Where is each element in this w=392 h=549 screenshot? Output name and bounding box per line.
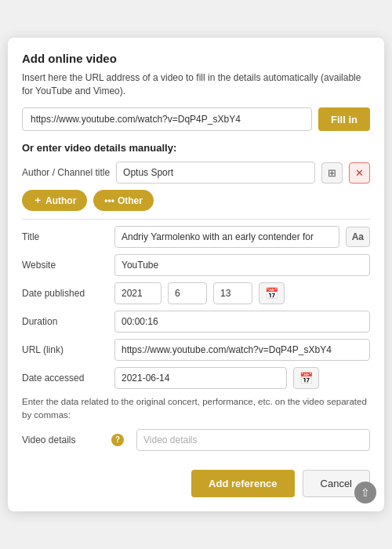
- remove-author-button[interactable]: ✕: [349, 162, 370, 184]
- footer: Add reference Cancel: [22, 462, 370, 497]
- duration-row: Duration: [22, 311, 370, 333]
- manual-label: Or enter video details manually:: [22, 142, 370, 154]
- author-tag-button[interactable]: ＋ Author: [22, 190, 87, 211]
- date-accessed-input[interactable]: [114, 367, 287, 389]
- other-tag-label: Other: [118, 195, 143, 206]
- duration-input[interactable]: [114, 311, 370, 333]
- font-style-button[interactable]: Aa: [346, 227, 370, 247]
- url-input[interactable]: [22, 107, 312, 131]
- date-accessed-row: Date accessed 📅: [22, 367, 370, 389]
- url-link-row: URL (link): [22, 339, 370, 361]
- date-published-row: Date published 📅: [22, 282, 370, 304]
- dialog-subtitle: Insert here the URL address of a video t…: [22, 71, 370, 98]
- video-details-label-container: Video details ?: [22, 434, 124, 446]
- date-day-input[interactable]: [213, 282, 252, 304]
- plus-icon: ＋: [33, 194, 42, 207]
- calendar-button-accessed[interactable]: 📅: [293, 367, 319, 389]
- title-row: Title Aa: [22, 226, 370, 248]
- author-channel-label: Author / Channel title: [22, 167, 110, 178]
- date-month-input[interactable]: [168, 282, 207, 304]
- video-details-row: Video details ?: [22, 429, 370, 451]
- dots-icon: •••: [104, 195, 114, 206]
- url-link-input[interactable]: [114, 339, 370, 361]
- author-channel-input[interactable]: [116, 162, 315, 184]
- scroll-up-button[interactable]: ⇧: [354, 482, 376, 504]
- video-details-label: Video details: [22, 434, 108, 445]
- fill-in-button[interactable]: Fill in: [318, 107, 370, 131]
- other-tag-button[interactable]: ••• Other: [93, 190, 154, 211]
- website-row: Website: [22, 254, 370, 276]
- date-year-input[interactable]: [114, 282, 162, 304]
- add-reference-button[interactable]: Add reference: [191, 470, 294, 497]
- author-tag-label: Author: [45, 195, 76, 206]
- date-published-label: Date published: [22, 288, 108, 299]
- date-accessed-label: Date accessed: [22, 373, 108, 384]
- author-channel-row: Author / Channel title ⊞ ✕: [22, 162, 370, 184]
- website-input[interactable]: [114, 254, 370, 276]
- calendar-button-published[interactable]: 📅: [259, 282, 285, 304]
- divider: [22, 219, 370, 220]
- author-other-row: ＋ Author ••• Other: [22, 190, 370, 211]
- title-input[interactable]: [114, 226, 339, 248]
- website-label: Website: [22, 260, 108, 271]
- url-link-label: URL (link): [22, 344, 108, 355]
- help-icon[interactable]: ?: [111, 434, 124, 446]
- duration-label: Duration: [22, 316, 108, 327]
- video-details-input[interactable]: [136, 429, 370, 451]
- title-label: Title: [22, 231, 108, 242]
- add-online-video-dialog: Add online video Insert here the URL add…: [8, 38, 384, 511]
- url-row: Fill in: [22, 107, 370, 131]
- grid-icon-button[interactable]: ⊞: [321, 162, 343, 184]
- dialog-title: Add online video: [22, 52, 370, 65]
- helper-text: Enter the data related to the original c…: [22, 395, 370, 423]
